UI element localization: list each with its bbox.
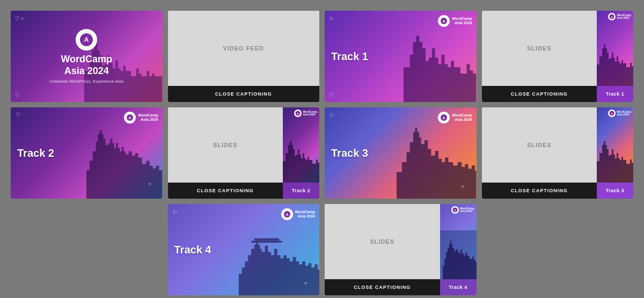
- close-captioning-btn-track1[interactable]: CLOSE CAPTIONING: [482, 86, 597, 102]
- wca-logo-track2: A WordCamp Asia 2024: [124, 112, 158, 123]
- svg-text:A: A: [297, 112, 299, 115]
- video-feed-inline-track4: A WordCamp Asia 2024: [440, 204, 477, 279]
- svg-rect-25: [251, 241, 282, 242]
- deco-triangle-track2: ▽: [16, 112, 20, 118]
- svg-text:A: A: [443, 19, 445, 23]
- close-captioning-btn-track3[interactable]: CLOSE CAPTIONING: [482, 183, 597, 199]
- deco-triangle-track3: ▷: [330, 112, 334, 118]
- slides-area-track2: SLIDES: [168, 107, 283, 183]
- video-feed-inline-track2: A WordCamp Asia 2024: [283, 107, 319, 183]
- deco-plus-tl: +: [20, 15, 24, 23]
- svg-rect-24: [254, 238, 279, 241]
- close-captioning-btn-track4[interactable]: CLOSE CAPTIONING: [325, 279, 440, 295]
- vf-logo-track1: A WordCamp Asia 2024: [608, 13, 631, 20]
- layout-card-videofeed-1: VIDEO FEED CLOSE CAPTIONING: [168, 11, 320, 102]
- wca-logo-track3: A WordCamp Asia 2024: [438, 112, 472, 123]
- svg-marker-14: [283, 141, 319, 183]
- track2-badge: Track 2: [283, 183, 319, 199]
- layout-card-slides-track4: SLIDES A WordCamp Asia 2024: [325, 204, 477, 295]
- svg-marker-8: [597, 45, 633, 86]
- track1-title: Track 1: [331, 50, 470, 63]
- deco-triangle-track4: ▷: [173, 208, 178, 214]
- deco-triangle-bl: ▽: [15, 92, 19, 98]
- main-subtitle: Celebrate WordPress, Experience Asia: [49, 79, 123, 84]
- svg-marker-28: [443, 241, 477, 279]
- track3-title: Track 3: [331, 147, 470, 159]
- track2-card: A WordCamp Asia 2024 Track 2 ▽ +: [11, 107, 163, 199]
- track2-title: Track 2: [17, 147, 156, 159]
- layout-card-slides-track2: SLIDES A WordCamp Asia 2024: [168, 107, 320, 199]
- wca-logo-text-track1: WordCamp Asia 2024: [452, 17, 472, 25]
- track3-card: A WordCamp Asia 2024 Track 3 ▷ +: [325, 107, 477, 199]
- wca-logo-track1: A WordCamp Asia 2024: [438, 15, 472, 27]
- wca-logo-track4: A WordCamp Asia 2024: [281, 208, 315, 220]
- vf-logo-track3: A WordCamp Asia 2024: [608, 110, 631, 117]
- slides-area-track4: SLIDES: [325, 204, 440, 279]
- slides-label-track1: SLIDES: [527, 45, 552, 52]
- close-captioning-btn-track2[interactable]: CLOSE CAPTIONING: [168, 183, 283, 199]
- slides-label-track2: SLIDES: [213, 142, 238, 148]
- vf-logo-track4: A WordCamp Asia 2024: [451, 206, 474, 214]
- main-logo-card: A WordCamp Asia 2024 Celebrate WordPress…: [11, 11, 163, 102]
- video-feed-inline-track1: A WordCamp Asia 2024: [597, 11, 633, 86]
- svg-text:A: A: [454, 209, 456, 212]
- svg-marker-20: [597, 141, 633, 183]
- track1-card: A WordCamp Asia 2024 Track 1 ▷ ▽: [325, 11, 477, 102]
- slides-area-track3: SLIDES: [482, 107, 597, 183]
- svg-marker-5: [404, 35, 476, 102]
- slides-label-track4: SLIDES: [370, 238, 394, 245]
- svg-text:A: A: [129, 116, 131, 120]
- vf-logo-track2: A WordCamp Asia 2024: [294, 110, 317, 117]
- deco-triangle-tl: ▽: [15, 15, 19, 21]
- track4-badge: Track 4: [440, 279, 477, 295]
- deco-triangle-track1: ▷: [330, 15, 334, 21]
- logo-circle: A: [76, 29, 97, 50]
- svg-text:A: A: [443, 116, 445, 120]
- close-captioning-btn-1[interactable]: CLOSE CAPTIONING: [168, 86, 320, 102]
- video-feed-label-1: VIDEO FEED: [223, 45, 264, 52]
- slides-label-track3: SLIDES: [527, 142, 552, 148]
- svg-text:A: A: [84, 36, 89, 43]
- main-title: WordCamp Asia 2024: [61, 54, 112, 77]
- slides-area-track1: SLIDES: [482, 11, 597, 86]
- svg-text:A: A: [611, 112, 613, 115]
- svg-text:A: A: [611, 16, 613, 19]
- track3-badge: Track 3: [597, 183, 633, 199]
- track4-title: Track 4: [174, 244, 313, 256]
- layout-card-slides-track3: SLIDES A WordCamp Asia 2024: [482, 107, 634, 199]
- track4-card: A WordCamp Asia 2024 Track 4 ▷ +: [168, 204, 320, 295]
- svg-text:A: A: [286, 213, 288, 216]
- deco-plus-track2: +: [148, 180, 151, 188]
- layout-card-slides-track1: SLIDES A WordCamp Asia 2024: [482, 11, 634, 102]
- svg-marker-11: [86, 130, 162, 199]
- deco-plus-track3: +: [460, 183, 464, 191]
- video-feed-area-1: VIDEO FEED: [168, 11, 320, 86]
- video-feed-inline-track3: A WordCamp Asia 2024: [597, 107, 633, 183]
- deco-triangle-track1-b: ▽: [329, 92, 333, 98]
- track1-badge: Track 1: [597, 86, 633, 102]
- deco-plus-track4: +: [304, 280, 308, 287]
